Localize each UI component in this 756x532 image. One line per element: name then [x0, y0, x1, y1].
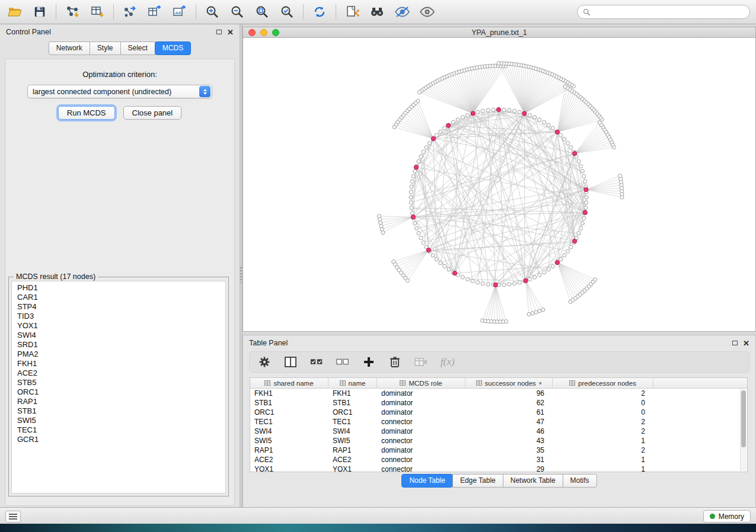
- mcds-result-item[interactable]: STB5: [12, 378, 225, 387]
- graph-node[interactable]: [583, 180, 587, 183]
- graph-node[interactable]: [566, 249, 569, 253]
- graph-node[interactable]: [443, 126, 446, 130]
- graph-node[interactable]: [527, 312, 531, 316]
- graph-node[interactable]: [476, 281, 480, 284]
- search-network-icon[interactable]: [369, 4, 385, 20]
- float-table-panel-icon[interactable]: [732, 341, 738, 345]
- tab-node-table[interactable]: Node Table: [401, 474, 453, 488]
- graph-node[interactable]: [522, 111, 527, 116]
- mcds-result-item[interactable]: PHD1: [12, 283, 225, 293]
- graph-node[interactable]: [422, 241, 425, 245]
- mcds-result-item[interactable]: GCR1: [12, 435, 225, 444]
- graph-node[interactable]: [573, 151, 577, 155]
- graph-node[interactable]: [555, 130, 559, 134]
- graph-node[interactable]: [579, 164, 582, 168]
- graph-node[interactable]: [582, 216, 586, 220]
- run-mcds-button[interactable]: Run MCDS: [58, 106, 115, 120]
- graph-node[interactable]: [563, 137, 566, 141]
- table-row[interactable]: ACE2ACE2connector311: [250, 455, 747, 464]
- graph-node[interactable]: [598, 121, 601, 124]
- zoom-selected-icon[interactable]: [279, 4, 295, 20]
- task-history-button[interactable]: [5, 511, 21, 523]
- tab-network[interactable]: Network: [49, 41, 90, 55]
- search-input[interactable]: [594, 7, 744, 17]
- graph-node[interactable]: [585, 201, 588, 204]
- graph-node[interactable]: [410, 180, 414, 183]
- mcds-result-item[interactable]: SWI4: [12, 331, 225, 340]
- mcds-result-item[interactable]: CAR1: [12, 293, 225, 302]
- graph-node[interactable]: [518, 110, 521, 114]
- graph-node[interactable]: [428, 142, 431, 145]
- graph-node[interactable]: [569, 146, 573, 149]
- graph-node[interactable]: [452, 271, 457, 275]
- graph-node[interactable]: [547, 123, 550, 127]
- graph-node[interactable]: [585, 196, 588, 199]
- graph-node[interactable]: [580, 222, 584, 225]
- graph-node[interactable]: [406, 278, 410, 282]
- graph-node[interactable]: [447, 268, 451, 271]
- graph-node[interactable]: [508, 283, 511, 286]
- zoom-fit-icon[interactable]: [254, 4, 270, 20]
- graph-node[interactable]: [496, 107, 500, 111]
- zoom-out-icon[interactable]: [229, 4, 245, 20]
- graph-node[interactable]: [451, 120, 455, 124]
- graph-node[interactable]: [422, 150, 425, 153]
- graph-node[interactable]: [481, 282, 484, 286]
- column-header-successor-nodes[interactable]: successor nodes▾: [465, 378, 553, 388]
- table-row[interactable]: SWI4SWI4dominator462: [250, 427, 747, 436]
- graph-node[interactable]: [538, 118, 541, 121]
- export-table-icon[interactable]: [147, 4, 162, 20]
- graph-node[interactable]: [577, 232, 580, 235]
- graph-node[interactable]: [551, 126, 554, 130]
- export-network-icon[interactable]: [122, 4, 138, 20]
- graph-node[interactable]: [594, 278, 597, 281]
- graph-node[interactable]: [411, 215, 415, 219]
- graph-node[interactable]: [481, 109, 484, 113]
- import-table-icon[interactable]: [90, 4, 105, 20]
- deselect-all-rows-icon[interactable]: [336, 355, 349, 368]
- optimization-criterion-dropdown[interactable]: largest connected component (undirected): [27, 85, 212, 98]
- graph-node[interactable]: [547, 268, 550, 271]
- graph-node[interactable]: [583, 210, 587, 214]
- graph-node[interactable]: [543, 120, 546, 124]
- graph-node[interactable]: [435, 258, 438, 261]
- graph-node[interactable]: [551, 264, 554, 268]
- graph-node[interactable]: [533, 275, 537, 279]
- refresh-layout-icon[interactable]: [312, 4, 327, 20]
- export-image-icon[interactable]: [172, 4, 187, 20]
- graph-node[interactable]: [541, 308, 545, 312]
- column-header-name[interactable]: name: [328, 378, 377, 388]
- graph-node[interactable]: [410, 211, 414, 215]
- graph-node[interactable]: [573, 239, 577, 243]
- network-graph[interactable]: [243, 39, 755, 331]
- graph-node[interactable]: [502, 108, 506, 111]
- import-network-icon[interactable]: [65, 4, 80, 20]
- graph-node[interactable]: [493, 283, 497, 287]
- graph-node[interactable]: [415, 226, 419, 230]
- graph-node[interactable]: [563, 85, 567, 88]
- graph-node[interactable]: [417, 159, 420, 163]
- tab-motifs[interactable]: Motifs: [563, 474, 597, 488]
- graph-node[interactable]: [486, 283, 490, 286]
- graph-node[interactable]: [465, 114, 469, 117]
- bird-eye-view-icon[interactable]: [419, 4, 435, 20]
- tab-select[interactable]: Select: [120, 41, 155, 55]
- graph-node[interactable]: [579, 226, 582, 230]
- graph-node[interactable]: [577, 159, 580, 163]
- graph-node[interactable]: [471, 111, 475, 116]
- close-table-panel-icon[interactable]: ✕: [743, 339, 749, 347]
- column-header-shared-name[interactable]: shared name: [250, 378, 328, 388]
- graph-node[interactable]: [381, 231, 385, 235]
- graph-node[interactable]: [566, 142, 569, 145]
- graph-node[interactable]: [419, 155, 423, 158]
- add-column-icon[interactable]: [362, 355, 375, 368]
- graph-node[interactable]: [431, 136, 435, 140]
- graph-node[interactable]: [413, 222, 417, 225]
- graph-node[interactable]: [419, 236, 423, 240]
- mcds-result-item[interactable]: TID3: [12, 312, 225, 321]
- graph-node[interactable]: [559, 133, 563, 137]
- graph-node[interactable]: [543, 271, 546, 274]
- graph-node[interactable]: [513, 109, 516, 113]
- graph-node[interactable]: [563, 254, 566, 257]
- graph-node[interactable]: [409, 190, 413, 194]
